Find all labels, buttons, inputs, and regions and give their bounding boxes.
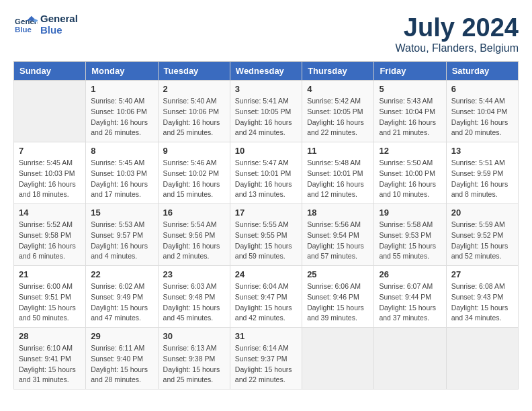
weekday-header: Tuesday — [158, 62, 230, 81]
day-number: 30 — [163, 331, 225, 341]
day-number: 5 — [379, 84, 441, 94]
day-number: 21 — [19, 269, 81, 279]
calendar-cell: 8Sunrise: 5:45 AMSunset: 10:03 PMDayligh… — [86, 142, 158, 204]
day-number: 24 — [235, 269, 297, 279]
logo: General Blue General Blue — [13, 13, 78, 36]
day-info: Sunrise: 6:03 AMSunset: 9:48 PMDaylight:… — [163, 281, 225, 324]
calendar-cell — [374, 328, 446, 390]
day-info: Sunrise: 5:54 AMSunset: 9:56 PMDaylight:… — [163, 220, 225, 262]
day-number: 29 — [91, 331, 152, 341]
calendar-week-row: 28Sunrise: 6:10 AMSunset: 9:41 PMDayligh… — [14, 328, 519, 390]
day-info: Sunrise: 6:06 AMSunset: 9:46 PMDaylight:… — [307, 281, 369, 324]
calendar-cell: 26Sunrise: 6:07 AMSunset: 9:44 PMDayligh… — [374, 266, 446, 328]
calendar-cell: 27Sunrise: 6:08 AMSunset: 9:43 PMDayligh… — [446, 266, 518, 328]
weekday-header: Friday — [374, 62, 446, 81]
day-info: Sunrise: 6:10 AMSunset: 9:41 PMDaylight:… — [19, 343, 81, 385]
calendar-cell: 5Sunrise: 5:43 AMSunset: 10:04 PMDayligh… — [374, 81, 446, 142]
calendar-cell: 24Sunrise: 6:04 AMSunset: 9:47 PMDayligh… — [230, 266, 302, 328]
weekday-header-row: SundayMondayTuesdayWednesdayThursdayFrid… — [14, 62, 519, 81]
day-number: 16 — [163, 208, 225, 218]
day-info: Sunrise: 5:47 AMSunset: 10:01 PMDaylight… — [235, 158, 297, 200]
calendar-table: SundayMondayTuesdayWednesdayThursdayFrid… — [13, 61, 519, 390]
day-info: Sunrise: 5:52 AMSunset: 9:58 PMDaylight:… — [19, 220, 81, 262]
day-number: 8 — [91, 146, 152, 156]
calendar-cell: 16Sunrise: 5:54 AMSunset: 9:56 PMDayligh… — [158, 204, 230, 266]
calendar-cell: 1Sunrise: 5:40 AMSunset: 10:06 PMDayligh… — [86, 81, 158, 142]
day-number: 2 — [163, 84, 225, 94]
calendar-cell: 10Sunrise: 5:47 AMSunset: 10:01 PMDaylig… — [230, 142, 302, 204]
logo-icon: General Blue — [13, 15, 38, 35]
day-info: Sunrise: 5:53 AMSunset: 9:57 PMDaylight:… — [91, 220, 152, 262]
day-number: 6 — [451, 84, 513, 94]
day-info: Sunrise: 6:08 AMSunset: 9:43 PMDaylight:… — [451, 281, 513, 324]
calendar-cell: 23Sunrise: 6:03 AMSunset: 9:48 PMDayligh… — [158, 266, 230, 328]
calendar-week-row: 7Sunrise: 5:45 AMSunset: 10:03 PMDayligh… — [14, 142, 519, 204]
calendar-cell: 25Sunrise: 6:06 AMSunset: 9:46 PMDayligh… — [302, 266, 374, 328]
day-number: 10 — [235, 146, 297, 156]
calendar-cell: 21Sunrise: 6:00 AMSunset: 9:51 PMDayligh… — [14, 266, 86, 328]
calendar-week-row: 14Sunrise: 5:52 AMSunset: 9:58 PMDayligh… — [14, 204, 519, 266]
day-number: 4 — [307, 84, 369, 94]
day-info: Sunrise: 5:44 AMSunset: 10:04 PMDaylight… — [451, 96, 513, 138]
page-header: General Blue General Blue July 2024 Wato… — [13, 13, 519, 54]
calendar-week-row: 1Sunrise: 5:40 AMSunset: 10:06 PMDayligh… — [14, 81, 519, 142]
calendar-cell: 22Sunrise: 6:02 AMSunset: 9:49 PMDayligh… — [86, 266, 158, 328]
day-number: 17 — [235, 208, 297, 218]
day-info: Sunrise: 6:11 AMSunset: 9:40 PMDaylight:… — [91, 343, 152, 385]
location-title: Watou, Flanders, Belgium — [396, 42, 519, 54]
day-number: 3 — [235, 84, 297, 94]
month-year-title: July 2024 — [396, 13, 519, 42]
calendar-cell: 4Sunrise: 5:42 AMSunset: 10:05 PMDayligh… — [302, 81, 374, 142]
day-info: Sunrise: 5:40 AMSunset: 10:06 PMDaylight… — [91, 96, 152, 138]
day-number: 9 — [163, 146, 225, 156]
day-number: 22 — [91, 269, 152, 279]
weekday-header: Wednesday — [230, 62, 302, 81]
day-info: Sunrise: 5:42 AMSunset: 10:05 PMDaylight… — [307, 96, 369, 138]
calendar-cell — [446, 328, 518, 390]
calendar-cell: 11Sunrise: 5:48 AMSunset: 10:01 PMDaylig… — [302, 142, 374, 204]
day-info: Sunrise: 5:59 AMSunset: 9:52 PMDaylight:… — [451, 220, 513, 262]
day-number: 18 — [307, 208, 369, 218]
day-info: Sunrise: 5:45 AMSunset: 10:03 PMDaylight… — [19, 158, 81, 200]
day-info: Sunrise: 5:56 AMSunset: 9:54 PMDaylight:… — [307, 220, 369, 262]
day-number: 23 — [163, 269, 225, 279]
svg-text:Blue: Blue — [15, 26, 32, 34]
calendar-week-row: 21Sunrise: 6:00 AMSunset: 9:51 PMDayligh… — [14, 266, 519, 328]
day-number: 27 — [451, 269, 513, 279]
day-info: Sunrise: 5:58 AMSunset: 9:53 PMDaylight:… — [379, 220, 441, 262]
day-number: 12 — [379, 146, 441, 156]
calendar-cell: 28Sunrise: 6:10 AMSunset: 9:41 PMDayligh… — [14, 328, 86, 390]
day-number: 14 — [19, 208, 81, 218]
calendar-cell: 15Sunrise: 5:53 AMSunset: 9:57 PMDayligh… — [86, 204, 158, 266]
day-info: Sunrise: 5:43 AMSunset: 10:04 PMDaylight… — [379, 96, 441, 138]
day-number: 19 — [379, 208, 441, 218]
day-info: Sunrise: 5:45 AMSunset: 10:03 PMDaylight… — [91, 158, 152, 200]
calendar-cell: 2Sunrise: 5:40 AMSunset: 10:06 PMDayligh… — [158, 81, 230, 142]
day-info: Sunrise: 5:40 AMSunset: 10:06 PMDaylight… — [163, 96, 225, 138]
weekday-header: Saturday — [446, 62, 518, 81]
day-info: Sunrise: 5:41 AMSunset: 10:05 PMDaylight… — [235, 96, 297, 138]
day-info: Sunrise: 6:14 AMSunset: 9:37 PMDaylight:… — [235, 343, 297, 385]
day-info: Sunrise: 6:04 AMSunset: 9:47 PMDaylight:… — [235, 281, 297, 324]
calendar-cell: 30Sunrise: 6:13 AMSunset: 9:38 PMDayligh… — [158, 328, 230, 390]
calendar-cell: 14Sunrise: 5:52 AMSunset: 9:58 PMDayligh… — [14, 204, 86, 266]
calendar-cell: 19Sunrise: 5:58 AMSunset: 9:53 PMDayligh… — [374, 204, 446, 266]
day-info: Sunrise: 5:46 AMSunset: 10:02 PMDaylight… — [163, 158, 225, 200]
weekday-header: Thursday — [302, 62, 374, 81]
calendar-cell: 3Sunrise: 5:41 AMSunset: 10:05 PMDayligh… — [230, 81, 302, 142]
calendar-cell: 17Sunrise: 5:55 AMSunset: 9:55 PMDayligh… — [230, 204, 302, 266]
calendar-cell — [302, 328, 374, 390]
day-number: 11 — [307, 146, 369, 156]
calendar-cell: 6Sunrise: 5:44 AMSunset: 10:04 PMDayligh… — [446, 81, 518, 142]
calendar-cell: 13Sunrise: 5:51 AMSunset: 9:59 PMDayligh… — [446, 142, 518, 204]
calendar-cell: 18Sunrise: 5:56 AMSunset: 9:54 PMDayligh… — [302, 204, 374, 266]
day-number: 1 — [91, 84, 152, 94]
day-info: Sunrise: 6:02 AMSunset: 9:49 PMDaylight:… — [91, 281, 152, 324]
day-info: Sunrise: 6:07 AMSunset: 9:44 PMDaylight:… — [379, 281, 441, 324]
day-number: 15 — [91, 208, 152, 218]
logo-blue: Blue — [40, 25, 78, 36]
calendar-cell: 29Sunrise: 6:11 AMSunset: 9:40 PMDayligh… — [86, 328, 158, 390]
day-number: 7 — [19, 146, 81, 156]
day-info: Sunrise: 5:55 AMSunset: 9:55 PMDaylight:… — [235, 220, 297, 262]
day-info: Sunrise: 5:48 AMSunset: 10:01 PMDaylight… — [307, 158, 369, 200]
